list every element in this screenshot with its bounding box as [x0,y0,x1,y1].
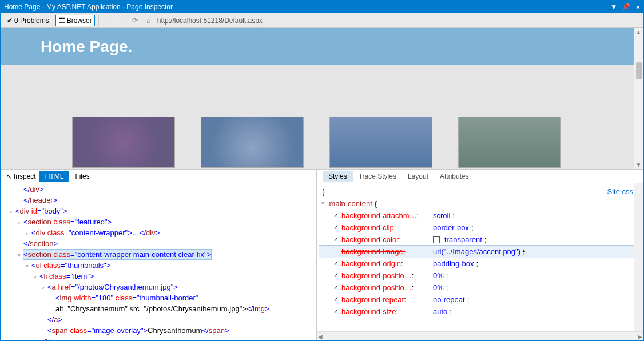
css-property-row[interactable]: background-size: auto; [319,306,639,318]
inspect-icon: ↖ [6,172,12,180]
scroll-thumb[interactable] [636,62,642,79]
html-tree[interactable]: ▹</div>▹</header>▿<div id="body">▿<secti… [1,183,316,341]
html-tree-line[interactable]: ▹alt="Chrysanthemum" src="/photos/Chrysa… [5,304,316,315]
titlebar: Home Page - My ASP.NET Application - Pag… [1,1,643,13]
html-tree-line[interactable]: ▹</a> [5,315,316,326]
nav-back-button[interactable]: ← [102,15,113,26]
css-selector-line[interactable]: ▿.main-content { [319,198,639,210]
html-tree-line[interactable]: ▿<li class="item"> [5,271,316,282]
home-button[interactable]: ⌂ [144,15,154,26]
browser-button[interactable]: 🗔 Browser [55,15,95,26]
scroll-right-icon[interactable]: ▶ [638,334,642,340]
css-property-row[interactable]: background-origin: padding-box; [319,258,639,270]
tab-files[interactable]: Files [69,171,95,182]
styles-body[interactable]: }▿.main-content {Site.cssbackground-atta… [317,183,643,331]
right-panel-tabs: Styles Trace Styles Layout Attributes [317,170,643,183]
check-icon: ✔ [7,17,13,25]
thumbnails-row [1,65,643,168]
scroll-left-icon[interactable]: ◀ [318,334,323,340]
close-icon[interactable]: ✕ [636,3,640,11]
css-property-row[interactable]: background-clip: border-box; [319,222,639,234]
refresh-button[interactable]: ⟳ [130,15,140,26]
html-tree-line[interactable]: ▹</li> [5,336,316,341]
css-property-row[interactable]: background-color: transparent; [319,234,639,246]
tab-layout[interactable]: Layout [402,171,434,182]
html-tree-line[interactable]: ▿<section class="content-wrapper main-co… [5,250,316,260]
problems-button[interactable]: ✔ 0 Problems [4,15,52,26]
thumbnail-image[interactable] [329,117,432,168]
thumbnail-image[interactable] [201,117,304,168]
property-checkbox[interactable] [332,236,339,243]
html-tree-line[interactable]: ▹</header> [5,195,316,206]
property-checkbox[interactable] [332,284,339,291]
preview-scrollbar[interactable]: ▲ ▼ [634,28,643,169]
html-tree-line[interactable]: ▹</div> [5,184,316,195]
property-checkbox[interactable] [332,248,339,255]
html-tree-line[interactable]: ▿<a href="/photos/Chrysanthemum.jpg"> [5,282,316,293]
url-display[interactable]: http://localhost:51218/Default.aspx [157,17,263,25]
tab-attributes[interactable]: Attributes [434,171,475,182]
html-tree-line[interactable]: ▿<section class="featured"> [5,217,316,228]
scroll-up-icon[interactable]: ▲ [636,29,642,35]
html-tree-line[interactable]: ▹<div class="content-wrapper">…</div> [5,228,316,239]
styles-panel: Styles Trace Styles Layout Attributes }▿… [317,170,643,341]
hero-title: Home Page. [41,38,132,56]
css-property-row[interactable]: background-attachm…: scroll; [319,210,639,222]
browser-label: Browser [67,17,92,25]
pin-icon[interactable]: 📌 [622,3,630,11]
hero-banner: Home Page. [1,28,634,65]
tab-html[interactable]: HTML [39,171,70,182]
property-checkbox[interactable] [332,308,339,315]
tab-trace-styles[interactable]: Trace Styles [353,171,402,182]
tab-styles[interactable]: Styles [323,171,353,182]
property-checkbox[interactable] [332,260,339,267]
html-tree-line[interactable]: ▿<div id="body"> [5,206,316,217]
browser-icon: 🗔 [58,17,65,25]
inspect-button[interactable]: ↖ Inspect [3,171,39,182]
property-checkbox[interactable] [332,272,339,279]
css-property-row[interactable]: background-positio…: 0%; [319,270,639,282]
styles-hscroll[interactable]: ◀ ▶ [317,331,643,341]
property-checkbox[interactable] [332,212,339,219]
window-title: Home Page - My ASP.NET Application - Pag… [4,3,173,11]
property-checkbox[interactable] [332,224,339,231]
toolbar: ✔ 0 Problems 🗔 Browser ← → ⟳ ⌂ http://lo… [1,13,643,28]
left-panel-tabs: ↖ Inspect HTML Files [1,170,316,183]
html-tree-line[interactable]: ▹<span class="image-overlay">Chrysanthem… [5,326,316,336]
property-checkbox[interactable] [332,296,339,303]
html-tree-line[interactable]: ▹<img width="180" class="thumbnail-borde… [5,293,316,304]
source-file-link[interactable]: Site.css [607,186,633,198]
autohide-icon[interactable]: ▼ [612,3,616,11]
css-property-row[interactable]: background-image: url("../Images/accent.… [319,246,639,258]
browser-preview: Home Page. ▲ ▼ [1,28,643,169]
thumbnail-image[interactable] [458,117,561,168]
inspector-panels: ↖ Inspect HTML Files ▹</div>▹</header>▿<… [1,169,643,341]
inspect-label: Inspect [14,172,36,180]
css-property-row[interactable]: background-repeat: no-repeat; [319,294,639,306]
thumbnail-image[interactable] [72,117,175,168]
styles-vscroll[interactable] [634,183,643,331]
problems-label: 0 Problems [14,17,49,25]
html-panel: ↖ Inspect HTML Files ▹</div>▹</header>▿<… [1,170,317,341]
window-controls: ▼ 📌 ✕ [612,3,640,11]
html-tree-line[interactable]: ▿<ul class="thumbnails"> [5,260,316,271]
css-property-row[interactable]: background-positio…: 0%; [319,282,639,294]
nav-forward-button[interactable]: → [116,15,126,26]
scroll-down-icon[interactable]: ▼ [636,162,642,168]
html-tree-line[interactable]: ▹</section> [5,239,316,250]
